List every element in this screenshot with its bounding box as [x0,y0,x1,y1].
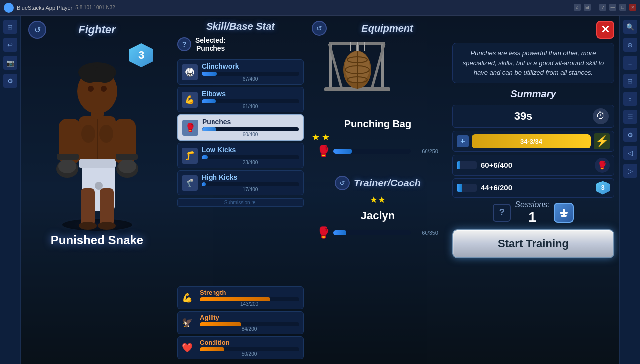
lowkicks-icon: 🦵 [182,148,198,164]
clinchwork-name: Clinchwork [202,62,299,70]
elbows-fill [202,99,216,103]
stat-item-agility[interactable]: 🦅 Agility 84/200 [177,311,304,334]
trainer-reset-button[interactable]: ↺ [335,176,350,190]
svg-point-20 [95,65,115,83]
nav-multi-btn[interactable]: ⊞ [584,4,591,11]
skill-item-clinchwork[interactable]: 🥋 Clinchwork 67/400 [177,59,304,85]
highkicks-icon: 🦿 [182,175,198,191]
trainer-stars: ★ ★ [312,194,443,205]
sidebar-zoom-icon[interactable]: ⊕ [623,38,637,52]
submission-partial: Submission ▼ [177,198,304,207]
sidebar-back-icon[interactable]: ↩ [3,38,17,52]
stat1-fill [457,161,460,169]
energy-add-button[interactable]: + [457,135,469,147]
help-btn[interactable]: ? [599,4,606,11]
elbows-icon: 💪 [182,92,198,108]
svg-point-27 [99,125,113,143]
lowkicks-info: Low Kicks 23/400 [202,146,299,165]
equipment-section: ↺ Equipment [308,16,447,364]
svg-point-22 [101,86,107,92]
close-button[interactable]: ✕ [596,21,614,39]
sidebar-gear-icon[interactable]: ⚙ [623,128,637,142]
trainer-bar-row: 🥊 60/350 [312,226,443,239]
add-session-icon [558,207,570,219]
time-row: 39s ⏱ [452,105,614,128]
clinchwork-bar [202,72,299,76]
stat-summary-row-2: 44+6/200 3 [452,178,614,198]
skill-item-elbows[interactable]: 💪 Elbows 61/400 [177,87,304,112]
selected-text: Selected: Punches [195,36,226,54]
window-controls: ⌂ ⊞ ? — □ ✕ [574,4,636,12]
sidebar-list-icon[interactable]: ☰ [623,110,637,124]
lowkicks-bar [202,155,299,159]
skill-item-highkicks[interactable]: 🦿 High Kicks 17/400 [177,170,304,195]
agility-fill [200,322,241,326]
minimize-btn[interactable]: — [609,4,616,11]
nav-home-btn[interactable]: ⌂ [574,4,581,11]
close-btn[interactable]: ✕ [629,4,636,11]
summary-title: Summary [452,88,614,100]
trainer-star-2: ★ [378,194,386,205]
skill-divider [177,280,304,280]
punches-icon: 🥊 [182,120,198,136]
sidebar-grid-icon[interactable]: ⊞ [3,20,17,34]
punches-name: Punches [202,118,299,126]
svg-rect-23 [57,154,79,160]
sidebar-search-icon[interactable]: 🔍 [623,20,637,34]
skill-section-title: Skill/Base Stat [177,21,304,32]
trainer-star-1: ★ [370,194,378,205]
elbows-value: 61/400 [202,104,299,109]
condition-info: Condition 50/200 [200,339,299,357]
sidebar-camera-icon[interactable]: 📷 [3,56,17,70]
sidebar-left-icon[interactable]: ◁ [623,146,637,160]
timer-icon: ⏱ [593,108,609,124]
sessions-info: Sessions: 1 [515,200,549,225]
agility-value: 84/200 [200,326,299,332]
elbows-bar [202,99,299,103]
svg-point-26 [81,125,95,143]
fighter-reset-button[interactable]: ↺ [28,21,46,39]
trainer-section-title: Trainer/Coach [354,178,421,189]
lowkicks-name: Low Kicks [202,146,299,154]
trainer-bar [333,230,411,235]
trainer-name: Jaclyn [312,209,443,222]
equipment-section-title: Equipment [331,23,443,34]
restore-btn[interactable]: □ [619,4,626,11]
condition-fill [200,347,224,351]
sidebar-resize-icon[interactable]: ↕ [623,92,637,106]
strength-info: Strength 143/200 [200,289,299,307]
highkicks-info: High Kicks 17/400 [202,173,299,192]
equipment-reset-button[interactable]: ↺ [312,21,327,36]
strength-name: Strength [200,289,299,296]
condition-value: 50/200 [200,351,299,357]
highkicks-name: High Kicks [202,173,299,181]
skill-item-punches[interactable]: 🥊 Punches 60/400 [177,114,304,141]
elbows-name: Elbows [202,90,299,98]
skill-section: Skill/Base Stat ? Selected: Punches 🥋 Cl… [173,16,308,364]
sessions-add-button[interactable] [554,203,574,223]
equipment-name: Punching Bag [312,118,443,130]
skill-help-button[interactable]: ? [177,37,191,51]
equipment-bar-fill [333,149,352,154]
strength-value: 143/200 [200,301,299,307]
elbows-info: Elbows 61/400 [202,90,299,109]
start-training-button[interactable]: Start Training [452,229,614,258]
sidebar-settings-icon[interactable]: ⚙ [3,74,17,88]
sessions-help-button[interactable]: ? [493,204,511,222]
stat2-fill [457,184,462,192]
sidebar-menu-icon[interactable]: ≡ [623,56,637,70]
stat1-bar [457,161,477,169]
left-sidebar: ⊞ ↩ 📷 ⚙ [0,16,21,364]
sessions-label: Sessions: [515,200,549,209]
stat-item-strength[interactable]: 💪 Strength 143/200 [177,286,304,309]
stat2-badge: 3 [596,181,610,195]
star-2: ★ [322,132,330,143]
skill-item-lowkicks[interactable]: 🦵 Low Kicks 23/400 [177,143,304,168]
equipment-bar-icon: 🥊 [317,145,330,158]
sidebar-right-icon[interactable]: ▷ [623,164,637,178]
strength-icon: 💪 [182,292,196,303]
fighter-name: Punished Snake [51,233,143,247]
sidebar-zoom-out-icon[interactable]: ⊟ [623,74,637,88]
punches-bar [202,127,299,131]
stat-item-condition[interactable]: ❤️ Condition 50/200 [177,336,304,359]
